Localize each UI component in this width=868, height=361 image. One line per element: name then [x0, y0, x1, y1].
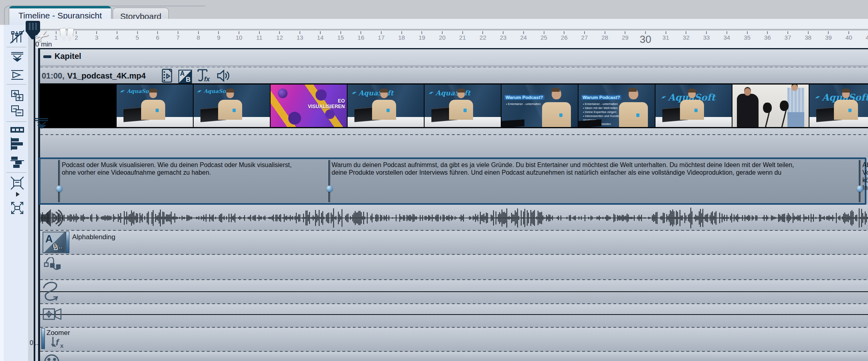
clip-title[interactable]: 01:00, V1_podcast_4K.mp4 [42, 69, 146, 83]
ruler-tick [279, 31, 280, 34]
ruler-tick [625, 31, 625, 34]
stagger-tracks-icon[interactable] [10, 155, 25, 170]
zoom-out-objects-icon[interactable] [10, 103, 25, 119]
segment-boundary-handle[interactable] [859, 160, 861, 202]
ruler-tick [76, 31, 77, 34]
ruler-tick [442, 31, 443, 34]
chapter-label: Kapitel [55, 52, 81, 61]
svg-text:f: f [56, 337, 60, 347]
ruler-tick [848, 31, 849, 34]
ruler-number: 22 [480, 34, 486, 41]
toolbar-divider [6, 47, 26, 47]
filmstrip-frame-studio[interactable]: AquaSoft [425, 85, 501, 127]
video-file-icon[interactable] [161, 68, 173, 85]
alphablending-keyframe-bar[interactable] [66, 232, 69, 253]
motion-path-curve[interactable] [40, 291, 868, 292]
text-segment[interactable]: Warum du deinen Podcast aufnimmst, da gi… [332, 161, 858, 176]
toolbar-divider [6, 172, 26, 173]
audio-track-speaker-icon[interactable] [40, 207, 63, 230]
camera-pan-row [40, 304, 868, 327]
camera-pan-curve[interactable] [40, 314, 868, 315]
filmstrip-frame-black[interactable] [40, 85, 116, 127]
video-clip-filmstrip[interactable]: AquaSoftAquaSoftEOVISUALISIERENAquaSoftA… [40, 83, 868, 128]
filmstrip-frame-studio[interactable]: AquaSoft [348, 85, 424, 127]
ruler-tick [218, 31, 219, 34]
timer-face-icon[interactable] [43, 353, 60, 361]
clip-audio-volume-icon[interactable] [217, 69, 231, 84]
ruler-tick [360, 31, 361, 34]
ruler-tick [686, 31, 686, 34]
ruler-number: 21 [459, 34, 466, 41]
fit-selection-icon[interactable] [10, 175, 25, 191]
ruler-tick [584, 31, 585, 34]
ruler-band [34, 29, 868, 30]
filmstrip-frame-slide[interactable]: Warum Podcast?• Entertainer - unterhalte… [579, 85, 655, 127]
ruler-number: 40 [846, 34, 852, 41]
expand-selection-icon[interactable] [10, 200, 25, 216]
filmstrip-frame-bright[interactable] [732, 85, 809, 127]
zoomer-fx-icon[interactable]: fx [50, 337, 66, 351]
ruler-number: 6 [156, 34, 159, 41]
track-header-gutter [28, 25, 38, 361]
toolbar-divider [6, 84, 26, 85]
filmstrip-frame-slide[interactable]: Warum Podcast?• Entertainer - unterhalte… [502, 85, 578, 127]
fit-selection-dropdown-caret[interactable] [16, 192, 20, 197]
ruler-tick [137, 31, 138, 34]
audio-waveform[interactable] [40, 206, 868, 230]
timeline-ruler[interactable]: 0 min 1234567891011121314151617181920212… [34, 19, 868, 48]
ruler-number: 9 [217, 34, 220, 41]
letter-b: B [186, 76, 190, 83]
text-segment[interactable]: Podcast oder Musik visualisieren. Wie du… [62, 161, 328, 176]
filmstrip-frame-studio[interactable]: AquaSoft [194, 85, 270, 127]
ruler-tick [340, 31, 341, 34]
ruler-tick [299, 31, 300, 34]
insert-play-icon[interactable] [10, 67, 25, 83]
filmstrip-view-icon[interactable] [10, 122, 25, 137]
text-segment[interactable]: AbVoköIn [862, 161, 868, 192]
alphablending-label: Alphablending [72, 233, 115, 241]
letter-a: A [180, 70, 185, 77]
ruler-tick [523, 31, 524, 34]
ruler-number: 33 [703, 34, 710, 41]
track-sync-off-icon[interactable] [10, 29, 25, 44]
collapse-chapter-button[interactable] [43, 55, 51, 58]
ruler-number: 41 [866, 34, 868, 41]
clip-filename: V1_podcast_4K.mp4 [67, 71, 146, 81]
text-effects-icon[interactable]: fx [197, 68, 212, 85]
svg-text:x: x [60, 342, 64, 349]
segment-boundary-handle[interactable] [58, 160, 60, 202]
filmstrip-frame-purple[interactable]: EOVISUALISIEREN [271, 85, 347, 127]
filmstrip-frame-studio[interactable]: AquaSoft [809, 85, 868, 127]
alphablending-row [40, 231, 868, 254]
ruler-tick [482, 31, 483, 34]
text-track-object[interactable]: Podcast oder Musik visualisieren. Wie du… [39, 157, 866, 205]
ruler-tick [828, 31, 829, 34]
ruler-tick [157, 31, 158, 34]
zoomer-label: Zoomer [47, 329, 70, 337]
segment-boundary-handle[interactable] [328, 160, 330, 202]
camera-pan-icon[interactable] [42, 306, 63, 324]
ruler-number: 1 [55, 34, 58, 41]
chapter-track-header[interactable]: Kapitel [40, 49, 868, 66]
keyframe-bounce-icon[interactable] [43, 257, 62, 276]
ruler-number: 36 [764, 34, 771, 41]
zoomer-keyframe-bar[interactable] [41, 328, 45, 349]
filmstrip-frame-studio[interactable]: AquaSoft [117, 85, 193, 127]
ab-transition-icon[interactable]: A B [178, 70, 192, 83]
align-tracks-left-icon[interactable] [10, 136, 25, 151]
insert-gap-overlay-icon[interactable] [34, 117, 50, 131]
ruler-tick [605, 31, 605, 34]
ruler-number: 2 [75, 34, 78, 41]
track-separator [40, 134, 868, 135]
ruler-number: 37 [785, 34, 791, 41]
motion-path-icon[interactable] [42, 281, 62, 304]
ruler-number: 29 [622, 34, 629, 41]
ruler-number: 11 [256, 34, 263, 41]
insert-gap-down-icon[interactable] [10, 49, 25, 65]
ruler-tick [96, 31, 97, 34]
playhead-line[interactable] [34, 38, 35, 361]
ruler-tick [259, 31, 260, 34]
ruler-number: 13 [297, 34, 303, 41]
filmstrip-frame-studio[interactable]: AquaSoft [656, 85, 732, 127]
zoom-in-objects-icon[interactable] [10, 88, 25, 103]
